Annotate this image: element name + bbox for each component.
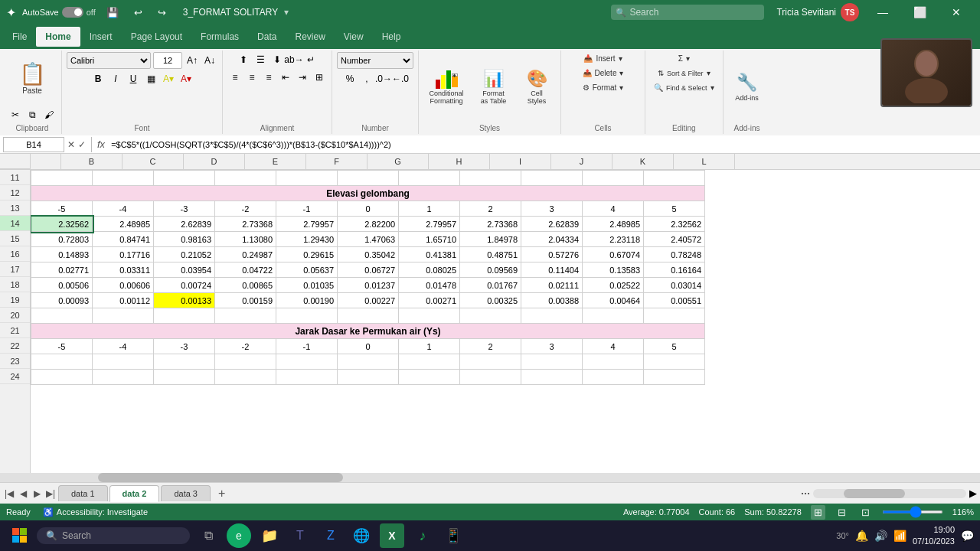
cell-F14[interactable]: 2.79957 (276, 217, 338, 232)
cell-G15[interactable]: 1.47063 (338, 232, 399, 247)
row-num-22[interactable]: 22 (0, 338, 30, 354)
cell-styles-button[interactable]: 🎨 Cell Styles (518, 60, 556, 114)
cell-F22[interactable]: -1 (276, 339, 338, 354)
cell-G19[interactable]: 0.00227 (338, 293, 399, 308)
cell-H15[interactable]: 1.65710 (399, 232, 460, 247)
sheet-nav-last[interactable]: ▶| (44, 487, 57, 500)
cell-B20[interactable] (31, 308, 93, 324)
insert-button[interactable]: 📥 Insert▾ (580, 52, 626, 65)
cell-J22[interactable]: 3 (521, 339, 583, 354)
cell-L15[interactable]: 2.40572 (644, 232, 705, 247)
tab-insert[interactable]: Insert (80, 27, 122, 47)
col-header-G[interactable]: G (368, 154, 429, 169)
cell-E17[interactable]: 0.04722 (215, 262, 276, 278)
col-header-B[interactable]: B (61, 154, 122, 169)
cell-D14[interactable]: 2.62839 (154, 217, 215, 232)
cell-D15[interactable]: 0.98163 (154, 232, 215, 247)
cell-I22[interactable]: 2 (460, 339, 521, 354)
comma-button[interactable]: , (359, 71, 374, 86)
volume-icon[interactable]: 🔊 (874, 530, 887, 542)
cell-L24[interactable] (644, 370, 705, 385)
cell-H23[interactable] (399, 354, 460, 370)
copy-button[interactable]: ⧉ (24, 107, 40, 122)
cell-C15[interactable]: 0.84741 (93, 232, 154, 247)
cell-C17[interactable]: 0.03311 (93, 262, 154, 278)
cell-H22[interactable]: 1 (399, 339, 460, 354)
cell-H20[interactable] (399, 308, 460, 324)
cell-B23[interactable] (31, 354, 93, 370)
taskbar-icon-chrome[interactable]: 🌐 (349, 523, 374, 548)
redo-button[interactable]: ↪ (153, 5, 171, 20)
percent-button[interactable]: % (342, 71, 358, 86)
tab-page-layout[interactable]: Page Layout (122, 27, 191, 47)
cell-I19[interactable]: 0.00325 (460, 293, 521, 308)
cell-F18[interactable]: 0.01035 (276, 278, 338, 293)
cell-J14[interactable]: 2.62839 (521, 217, 583, 232)
col-header-C[interactable]: C (122, 154, 184, 169)
cell-D19-highlighted[interactable]: 0.00133 (154, 293, 215, 308)
cell-G13[interactable]: 0 (338, 201, 399, 217)
cell-F16[interactable]: 0.29615 (276, 247, 338, 262)
cell-F13[interactable]: -1 (276, 201, 338, 217)
cell-section-jarak[interactable]: Jarak Dasar ke Permukan air (Ys) (31, 324, 705, 339)
cell-G18[interactable]: 0.01237 (338, 278, 399, 293)
notification-icon[interactable]: 🔔 (855, 530, 868, 542)
clock[interactable]: 19:00 07/10/2023 (913, 524, 955, 548)
cell-C13[interactable]: -4 (93, 201, 154, 217)
font-size-input[interactable] (153, 52, 182, 69)
increase-decimal[interactable]: .0→ (376, 71, 391, 86)
cell-reference-input[interactable] (3, 137, 64, 152)
cell-K23[interactable] (583, 354, 644, 370)
undo-button[interactable]: ↩ (129, 5, 147, 20)
page-layout-view-button[interactable]: ⊟ (835, 505, 849, 520)
page-break-view-button[interactable]: ⊡ (858, 505, 873, 520)
tab-formulas[interactable]: Formulas (191, 27, 248, 47)
cell-E19[interactable]: 0.00159 (215, 293, 276, 308)
taskbar-icon-zoom[interactable]: Z (318, 523, 343, 548)
cell-F17[interactable]: 0.05637 (276, 262, 338, 278)
taskbar-icon-teams[interactable]: T (288, 523, 312, 548)
find-select-button[interactable]: 🔍 Find & Select▾ (650, 81, 718, 94)
font-size-increase[interactable]: A↑ (185, 53, 200, 68)
sheet-tab-data1[interactable]: data 1 (58, 485, 108, 501)
sheet-nav-prev[interactable]: ◀ (17, 487, 29, 500)
cell-D22[interactable]: -3 (154, 339, 215, 354)
cell-B19[interactable]: 0.00093 (31, 293, 93, 308)
cell-L20[interactable] (644, 308, 705, 324)
cell-E16[interactable]: 0.24987 (215, 247, 276, 262)
align-middle[interactable]: ☰ (253, 52, 268, 67)
row-num-23[interactable]: 23 (0, 354, 30, 369)
cell-D17[interactable]: 0.03954 (154, 262, 215, 278)
merge-center[interactable]: ⊞ (312, 70, 327, 85)
cell-L17[interactable]: 0.16164 (644, 262, 705, 278)
cell-D20[interactable] (154, 308, 215, 324)
cell-G20[interactable] (338, 308, 399, 324)
cell-J17[interactable]: 0.11404 (521, 262, 583, 278)
cell-B14-selected[interactable]: 2.32562 (31, 217, 93, 232)
cell-E14[interactable]: 2.73368 (215, 217, 276, 232)
cell-J11[interactable] (521, 171, 583, 186)
tab-data[interactable]: Data (248, 27, 286, 47)
cell-B17[interactable]: 0.02771 (31, 262, 93, 278)
cell-G22[interactable]: 0 (338, 339, 399, 354)
maximize-button[interactable]: ⬜ (902, 0, 937, 24)
cell-I16[interactable]: 0.48751 (460, 247, 521, 262)
cell-K19[interactable]: 0.00464 (583, 293, 644, 308)
cell-I14[interactable]: 2.73368 (460, 217, 521, 232)
align-left[interactable]: ≡ (227, 70, 243, 85)
wrap-text-button[interactable]: ↵ (303, 52, 318, 67)
cell-E15[interactable]: 1.13080 (215, 232, 276, 247)
underline-button[interactable]: U (126, 71, 141, 86)
cell-C16[interactable]: 0.17716 (93, 247, 154, 262)
row-num-15[interactable]: 15 (0, 231, 30, 246)
notification-center-icon[interactable]: 💬 (961, 530, 974, 542)
addins-button[interactable]: 🔧 Add-ins (728, 60, 766, 114)
horizontal-scrollbar[interactable] (0, 473, 980, 482)
cell-C24[interactable] (93, 370, 154, 385)
cell-J20[interactable] (521, 308, 583, 324)
cell-D16[interactable]: 0.21052 (154, 247, 215, 262)
cell-D18[interactable]: 0.00724 (154, 278, 215, 293)
cell-B18[interactable]: 0.00506 (31, 278, 93, 293)
row-num-20[interactable]: 20 (0, 308, 30, 323)
cell-C11[interactable] (93, 171, 154, 186)
